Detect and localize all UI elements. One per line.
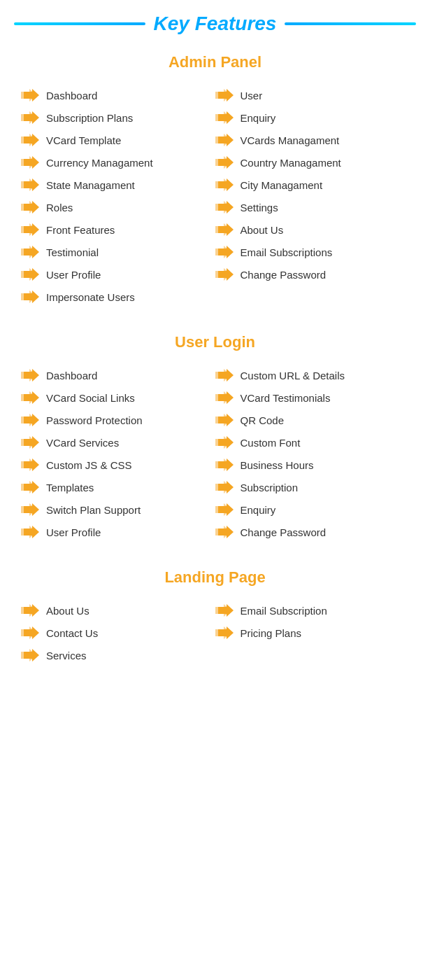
svg-marker-3 — [218, 89, 234, 102]
feature-label: Custom Font — [241, 437, 301, 449]
arrow-icon — [215, 89, 234, 102]
list-item: VCard Services — [21, 431, 215, 454]
list-item: VCards Managament — [215, 129, 410, 151]
section-title-landing-page: Landing Page — [21, 568, 409, 587]
arrow-icon — [21, 369, 39, 382]
section-landing-page: Landing Page About Us Email Subscription… — [0, 557, 430, 680]
arrow-icon — [215, 178, 234, 191]
svg-marker-11 — [218, 134, 234, 146]
feature-label: Email Subscriptions — [241, 246, 333, 258]
list-item: Templates — [21, 476, 215, 498]
arrow-icon — [21, 223, 39, 236]
list-item: Custom URL & Details — [215, 364, 410, 386]
list-item: VCard Testimonials — [215, 386, 410, 409]
arrow-icon — [21, 604, 39, 617]
feature-label: Roles — [46, 202, 73, 214]
list-item: Enquiry — [215, 498, 410, 521]
feature-label: Enquiry — [241, 504, 276, 516]
arrow-icon — [21, 436, 39, 449]
feature-label: Enquiry — [241, 112, 276, 124]
arrow-icon — [215, 246, 234, 258]
arrow-icon — [215, 201, 234, 214]
list-item: Business Hours — [215, 454, 410, 476]
list-item: Enquiry — [215, 106, 410, 129]
feature-label: Contact Us — [46, 627, 98, 639]
feature-label: Templates — [46, 482, 94, 493]
feature-label: Currency Managament — [46, 157, 153, 169]
arrow-icon — [21, 526, 39, 538]
feature-label: User Profile — [46, 269, 101, 281]
header-line-right — [285, 22, 416, 25]
list-item: Front Features — [21, 218, 215, 241]
list-item: Country Managament — [215, 151, 410, 174]
svg-marker-1 — [24, 89, 39, 102]
list-item: Dashboard — [21, 84, 215, 106]
features-grid-landing-page: About Us Email Subscription Contact Us P… — [21, 599, 409, 666]
feature-label: Impersonate Users — [46, 291, 135, 303]
list-item: Services — [21, 644, 409, 666]
arrow-icon — [215, 458, 234, 471]
arrow-icon — [215, 111, 234, 124]
svg-marker-15 — [218, 156, 234, 169]
arrow-icon — [21, 111, 39, 124]
list-item: User Profile — [21, 263, 215, 286]
feature-label: VCards Managament — [241, 134, 340, 146]
feature-label: State Managament — [46, 179, 135, 191]
list-item: Subscription Plans — [21, 106, 215, 129]
list-item: About Us — [215, 218, 410, 241]
feature-label: User Profile — [46, 526, 101, 538]
section-title-admin-panel: Admin Panel — [21, 53, 409, 71]
arrow-icon — [21, 481, 39, 493]
arrow-icon — [215, 526, 234, 538]
feature-label: Change Password — [241, 269, 327, 281]
page-header: Key Features — [0, 0, 430, 42]
list-item: Pricing Plans — [215, 622, 410, 644]
arrow-icon — [215, 436, 234, 449]
list-item: User Profile — [21, 521, 215, 543]
list-item: Settings — [215, 196, 410, 218]
list-item: Change Password — [215, 263, 410, 286]
list-item: About Us — [21, 599, 215, 622]
feature-label: Switch Plan Support — [46, 504, 141, 516]
feature-label: Password Protection — [46, 414, 143, 426]
arrow-icon — [21, 391, 39, 404]
arrow-icon — [21, 156, 39, 169]
list-item: Email Subscription — [215, 599, 410, 622]
feature-label: About Us — [46, 605, 89, 617]
arrow-icon — [215, 156, 234, 169]
arrow-icon — [215, 369, 234, 382]
arrow-icon — [215, 503, 234, 516]
feature-label: Dashboard — [46, 90, 97, 102]
page-title: Key Features — [154, 13, 277, 35]
arrow-icon — [21, 503, 39, 516]
feature-label: Front Features — [46, 224, 115, 236]
list-item: Subscription — [215, 476, 410, 498]
list-item: Password Protection — [21, 409, 215, 431]
list-item: State Managament — [21, 174, 215, 196]
section-user-login: User Login Dashboard Custom URL & Detail… — [0, 322, 430, 557]
list-item: QR Code — [215, 409, 410, 431]
arrow-icon — [21, 134, 39, 146]
features-grid-user-login: Dashboard Custom URL & Details VCard Soc… — [21, 364, 409, 543]
features-grid-admin-panel: Dashboard User Subscription Plans Enquir… — [21, 84, 409, 308]
list-item: VCard Template — [21, 129, 215, 151]
svg-marker-9 — [24, 134, 39, 146]
list-item: Dashboard — [21, 364, 215, 386]
feature-label: QR Code — [241, 414, 285, 426]
arrow-icon — [215, 134, 234, 146]
arrow-icon — [21, 414, 39, 426]
feature-label: VCard Template — [46, 134, 121, 146]
feature-label: About Us — [241, 224, 284, 236]
arrow-icon — [215, 391, 234, 404]
feature-label: VCard Testimonials — [241, 392, 331, 404]
feature-label: Pricing Plans — [241, 627, 302, 639]
feature-label: Dashboard — [46, 370, 97, 382]
list-item: Testimonial — [21, 241, 215, 263]
arrow-icon — [21, 290, 39, 303]
list-item: User — [215, 84, 410, 106]
feature-label: Business Hours — [241, 459, 314, 471]
feature-label: Testimonial — [46, 246, 99, 258]
arrow-icon — [215, 268, 234, 281]
feature-label: Change Password — [241, 526, 327, 538]
svg-marker-13 — [24, 156, 39, 169]
